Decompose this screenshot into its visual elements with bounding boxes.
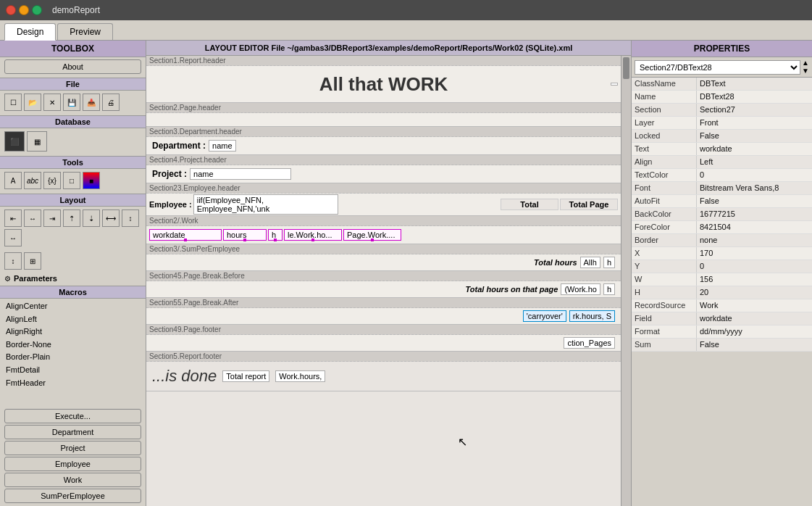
align-left-icon[interactable]: ⇤ xyxy=(4,210,22,227)
section1-label: Section1.Report.header xyxy=(146,56,621,66)
macro-border-none[interactable]: Border-None xyxy=(6,339,140,352)
print-icon[interactable]: 🖨 xyxy=(102,94,120,111)
employee-name-field[interactable]: iif(Employee_NFN, Employee_NFN,'unk xyxy=(193,194,338,215)
work-button[interactable]: Work xyxy=(4,473,141,487)
open-icon[interactable]: 📂 xyxy=(24,94,41,111)
h-field[interactable]: h xyxy=(268,229,282,241)
align-bottom-icon[interactable]: ⇣ xyxy=(83,210,100,227)
arrow-up[interactable]: ▲ xyxy=(802,59,809,67)
toolbox-header: TOOLBOX xyxy=(0,41,146,57)
about-button[interactable]: About xyxy=(4,59,141,74)
department-button[interactable]: Department xyxy=(4,425,141,439)
rect-icon[interactable]: □ xyxy=(63,172,80,189)
props-key-align: Align xyxy=(632,156,697,168)
allh-field[interactable]: Allh xyxy=(580,257,600,268)
props-val-border[interactable]: none xyxy=(697,234,812,246)
close-button[interactable] xyxy=(6,5,16,15)
props-val-layer[interactable]: Front xyxy=(697,117,812,129)
align-center-icon[interactable]: ↔ xyxy=(24,210,41,227)
saveas-icon[interactable]: 📥 xyxy=(83,94,100,111)
props-val-align[interactable]: Left xyxy=(697,156,812,168)
section3-body: Department : name xyxy=(146,137,621,154)
macro-align-center[interactable]: AlignCenter xyxy=(6,300,140,313)
align-right-icon[interactable]: ⇥ xyxy=(43,210,61,227)
work-hours-field[interactable]: Work.hours, xyxy=(275,370,325,382)
workdate-field[interactable]: workdate xyxy=(149,229,222,241)
carryover-field[interactable]: 'carryover' xyxy=(523,310,566,322)
ction-pages-field[interactable]: ction_Pages xyxy=(564,337,615,349)
section3-label: Section3.Department.header xyxy=(146,127,621,137)
same-w-icon[interactable]: ↔ xyxy=(4,229,22,246)
props-val-recordsource[interactable]: Work xyxy=(697,299,812,312)
parameters-row[interactable]: ⚙ Parameters xyxy=(0,273,146,284)
scrollbar-thumb[interactable] xyxy=(623,57,629,79)
arrow-down[interactable]: ▼ xyxy=(802,67,809,75)
macro-align-right[interactable]: AlignRight xyxy=(6,325,140,339)
props-val-section[interactable]: Section27 xyxy=(697,104,812,116)
db-icon2[interactable]: ▦ xyxy=(27,131,47,152)
total-page-col-header: Total Page xyxy=(560,199,618,210)
props-val-name[interactable]: DBText28 xyxy=(697,91,812,103)
editor-scrollbar[interactable] xyxy=(621,56,631,506)
props-val-w[interactable]: 156 xyxy=(697,273,812,286)
close-icon[interactable]: ✕ xyxy=(43,94,61,111)
props-val-backcolor[interactable]: 16777215 xyxy=(697,208,812,220)
props-val-font[interactable]: Bitstream Vera Sans,8 xyxy=(697,182,812,194)
tab-design[interactable]: Design xyxy=(4,23,56,41)
props-val-sum[interactable]: False xyxy=(697,339,812,351)
selector-arrows[interactable]: ▲ ▼ xyxy=(802,59,809,75)
page-work-field[interactable]: Page.Work.... xyxy=(343,229,401,241)
props-val-x[interactable]: 170 xyxy=(697,247,812,260)
project-button[interactable]: Project xyxy=(4,441,141,455)
macro-fmt-detail[interactable]: FmtDetail xyxy=(6,364,140,377)
props-val-text[interactable]: workdate xyxy=(697,143,812,155)
save-icon[interactable]: 💾 xyxy=(63,94,80,111)
layout-editor-content[interactable]: Section1.Report.header All that WORK Sec… xyxy=(146,56,621,506)
empty-canvas[interactable]: ↖ xyxy=(146,391,621,464)
proj-label-text: Project : xyxy=(152,169,187,179)
cursor-icon[interactable]: A xyxy=(4,172,22,189)
minimize-button[interactable] xyxy=(19,5,29,15)
macro-border-plain[interactable]: Border-Plain xyxy=(6,351,140,364)
props-val-h[interactable]: 20 xyxy=(697,286,812,299)
formula-icon[interactable]: {x} xyxy=(43,172,61,189)
dept-name-field[interactable]: name xyxy=(209,140,236,152)
h-sum-field[interactable]: h xyxy=(603,257,615,268)
maximize-button[interactable] xyxy=(32,5,42,15)
le-work-field[interactable]: le.Work.ho... xyxy=(284,229,342,241)
macro-fmt-header[interactable]: FmtHeader xyxy=(6,377,140,390)
props-val-forecolor[interactable]: 8421504 xyxy=(697,221,812,233)
props-val-field[interactable]: workdate xyxy=(697,312,812,325)
employee-button[interactable]: Employee xyxy=(4,457,141,471)
sumperemployee-button[interactable]: SumPerEmployee xyxy=(4,489,141,503)
props-val-autofit[interactable]: False xyxy=(697,195,812,207)
same-s-icon[interactable]: ⊞ xyxy=(24,252,41,270)
dist-v-icon[interactable]: ↕ xyxy=(122,210,139,227)
tab-preview[interactable]: Preview xyxy=(57,23,113,40)
props-val-textcolor[interactable]: 0 xyxy=(697,169,812,181)
align-top-icon[interactable]: ⇡ xyxy=(63,210,80,227)
section1-right-field[interactable] xyxy=(611,83,618,86)
execute-button[interactable]: Execute... xyxy=(4,409,141,423)
workho-field[interactable]: (Work.ho xyxy=(561,283,600,295)
proj-name-field[interactable]: name xyxy=(190,168,291,180)
rkhours-field[interactable]: rk.hours, S xyxy=(569,310,615,322)
props-val-locked[interactable]: False xyxy=(697,130,812,142)
section-selector[interactable]: Section27/DBText28 xyxy=(635,60,800,75)
color-icon[interactable]: ■ xyxy=(83,172,100,189)
new-icon[interactable]: ☐ xyxy=(4,94,22,111)
props-val-format[interactable]: dd/mm/yyyy xyxy=(697,325,812,338)
hours-field[interactable]: hours xyxy=(223,229,267,241)
macro-align-left[interactable]: AlignLeft xyxy=(6,313,140,326)
total-report-field[interactable]: Total report xyxy=(222,370,269,382)
props-val-y[interactable]: 0 xyxy=(697,260,812,273)
db-icon1[interactable]: ⬛ xyxy=(4,131,25,152)
window-controls[interactable] xyxy=(6,5,42,15)
dist-h-icon[interactable]: ⟷ xyxy=(102,210,120,227)
text-icon[interactable]: abc xyxy=(24,172,41,189)
same-h-icon[interactable]: ↕ xyxy=(4,252,22,270)
props-val-classname[interactable]: DBText xyxy=(697,78,812,90)
props-key-textcolor: TextColor xyxy=(632,169,697,181)
props-row: TextColor0 xyxy=(632,169,812,182)
h-break-field[interactable]: h xyxy=(603,283,615,295)
